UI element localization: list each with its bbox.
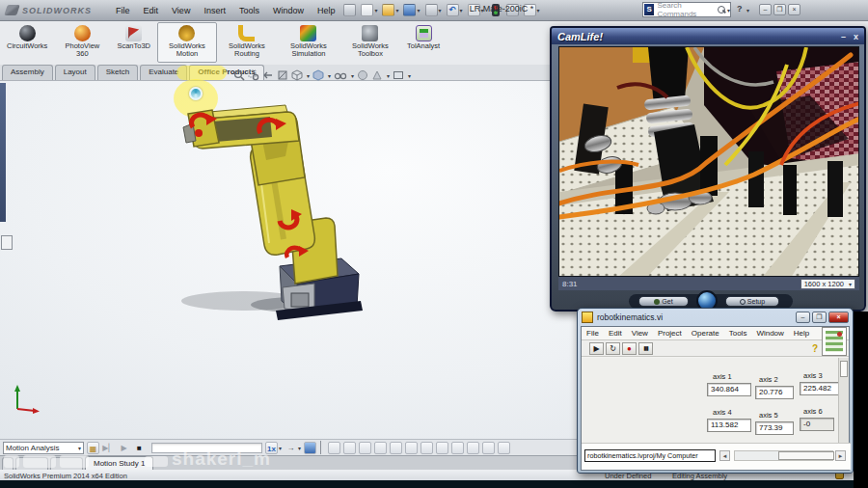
print-icon[interactable] <box>425 4 438 16</box>
zoom-fit-icon[interactable] <box>233 69 245 81</box>
hscroll-right-icon[interactable]: ► <box>835 450 846 461</box>
playback-speed-dropdown-icon[interactable]: ▾ <box>279 445 282 451</box>
tab-sketch[interactable]: Sketch <box>97 65 138 80</box>
view-orientation-dropdown-icon[interactable]: ▾ <box>307 72 310 79</box>
window-close-button[interactable]: × <box>788 4 800 15</box>
playback-mode-icon[interactable]: → <box>285 442 297 454</box>
lv-menu-file[interactable]: File <box>582 329 604 338</box>
menu-edit[interactable]: Edit <box>137 3 166 18</box>
apply-scene-icon[interactable] <box>371 69 383 81</box>
collapse-motionmanager-icon[interactable] <box>498 442 510 454</box>
solidworks-motion-button[interactable]: SolidWorks Motion <box>157 22 217 63</box>
lv-menu-view[interactable]: View <box>627 329 653 338</box>
lv-menu-window[interactable]: Window <box>751 329 788 338</box>
scanto3d-button[interactable]: ScanTo3D <box>110 22 157 63</box>
motor-icon[interactable] <box>374 442 387 454</box>
axis1-value[interactable]: 340.864 <box>707 383 751 396</box>
apply-scene-dropdown-icon[interactable]: ▾ <box>387 72 390 79</box>
menu-window[interactable]: Window <box>266 3 311 18</box>
camlife-get-button[interactable]: Get <box>638 296 689 307</box>
play-icon[interactable]: ▶ <box>118 442 130 454</box>
feature-manager-icon[interactable] <box>1 235 13 250</box>
solidworks-toolbox-button[interactable]: SolidWorks Toolbox <box>340 22 400 63</box>
view-settings-icon[interactable] <box>393 69 404 81</box>
menu-file[interactable]: File <box>109 3 137 18</box>
motion-study-properties-icon[interactable] <box>482 442 495 454</box>
camlife-setup-button[interactable]: Setup <box>725 296 779 307</box>
pause-button[interactable]: ▮▮ <box>638 342 653 355</box>
axis5-value[interactable]: 773.39 <box>755 421 794 435</box>
autokey-icon[interactable] <box>343 442 356 454</box>
solidworks-routing-button[interactable]: SolidWorks Routing <box>217 22 277 63</box>
pin-toolbar-icon[interactable] <box>343 4 356 16</box>
play-from-start-icon[interactable]: ▶▏ <box>102 442 115 454</box>
search-icon[interactable] <box>718 6 726 14</box>
stop-icon[interactable]: ■ <box>133 442 146 454</box>
zoom-area-icon[interactable] <box>248 69 259 81</box>
solidworks-simulation-button[interactable]: SolidWorks Simulation <box>277 22 340 63</box>
help-dropdown-icon[interactable]: ▾ <box>746 7 749 14</box>
labview-titlebar[interactable]: robotkinematics.vi – ❐ × <box>578 309 853 325</box>
display-style-icon[interactable] <box>312 69 324 81</box>
abort-button[interactable]: ● <box>622 342 637 355</box>
new-dropdown-icon[interactable]: ▾ <box>374 7 377 14</box>
calculate-icon[interactable]: ▦ <box>87 442 99 454</box>
lv-menu-help[interactable]: Help <box>789 329 814 338</box>
vertical-scrollbar-thumb[interactable] <box>840 361 848 377</box>
axis6-value[interactable]: -0 <box>800 418 834 431</box>
lv-menu-project[interactable]: Project <box>653 329 687 338</box>
tolanalyst-button[interactable]: TolAnalyst <box>400 22 447 63</box>
previous-view-icon[interactable] <box>262 69 274 81</box>
labview-horizontal-scrollbar[interactable] <box>734 450 833 461</box>
display-style-dropdown-icon[interactable]: ▾ <box>328 72 331 79</box>
animation-wizard-icon[interactable] <box>328 442 340 454</box>
open-document-icon[interactable] <box>382 4 394 16</box>
tab-layout[interactable]: Layout <box>55 65 95 80</box>
axis3-value[interactable]: 225.482 <box>800 382 840 395</box>
axis2-value[interactable]: 20.776 <box>755 386 794 399</box>
photoview-360-button[interactable]: PhotoView 360 <box>54 22 110 63</box>
tab-assembly[interactable]: Assembly <box>2 65 53 80</box>
view-settings-dropdown-icon[interactable]: ▾ <box>408 72 411 79</box>
camlife-resolution-select[interactable]: 1600 x 1200 ▾ <box>800 279 855 289</box>
labview-minimize-button[interactable]: – <box>796 312 810 323</box>
save-animation-icon[interactable] <box>304 442 316 454</box>
help-icon[interactable]: ? <box>737 4 743 14</box>
circuitworks-button[interactable]: CircuitWorks <box>0 22 54 63</box>
section-view-icon[interactable] <box>277 69 288 81</box>
save-icon[interactable] <box>403 4 416 16</box>
view-orientation-icon[interactable] <box>291 69 303 81</box>
context-help-icon[interactable]: ? <box>812 343 818 354</box>
lv-menu-tools[interactable]: Tools <box>724 329 752 338</box>
edit-appearance-icon[interactable] <box>357 69 368 81</box>
lv-menu-operate[interactable]: Operate <box>687 329 724 338</box>
add-key-icon[interactable] <box>359 442 371 454</box>
menu-insert[interactable]: Insert <box>197 3 232 18</box>
run-continuous-button[interactable]: ↻ <box>606 342 620 355</box>
window-restore-button[interactable]: ❐ <box>773 4 786 15</box>
execution-target-label[interactable]: robotkinematics.lvproj/My Computer <box>584 449 716 462</box>
window-minimize-button[interactable]: – <box>759 4 772 15</box>
lv-menu-edit[interactable]: Edit <box>604 329 627 338</box>
menu-tools[interactable]: Tools <box>232 3 266 18</box>
labview-vertical-scrollbar[interactable] <box>838 358 849 443</box>
camlife-minimize-button[interactable]: – <box>841 32 846 41</box>
menu-help[interactable]: Help <box>311 3 342 18</box>
search-commands-input[interactable]: S Search Commands ▾ <box>642 2 731 17</box>
results-icon[interactable] <box>467 442 479 454</box>
menu-view[interactable]: View <box>165 3 197 18</box>
playback-mode-dropdown-icon[interactable]: ▾ <box>298 445 301 451</box>
search-dropdown-icon[interactable]: ▾ <box>727 7 730 14</box>
hide-show-items-icon[interactable] <box>334 69 347 81</box>
camlife-close-button[interactable]: x <box>854 32 858 41</box>
horizontal-scrollbar-thumb[interactable] <box>778 451 834 460</box>
camlife-titlebar[interactable]: CamLife! – x <box>552 28 864 44</box>
spring-icon[interactable] <box>390 442 402 454</box>
damper-icon[interactable] <box>405 442 418 454</box>
force-icon[interactable] <box>420 442 433 454</box>
robot-model[interactable] <box>135 83 405 343</box>
axis4-value[interactable]: 113.582 <box>707 419 751 432</box>
new-document-icon[interactable] <box>361 4 373 16</box>
study-type-select[interactable]: Motion Analysis ▾ <box>3 442 84 454</box>
hscroll-left-icon[interactable]: ◄ <box>719 450 730 461</box>
